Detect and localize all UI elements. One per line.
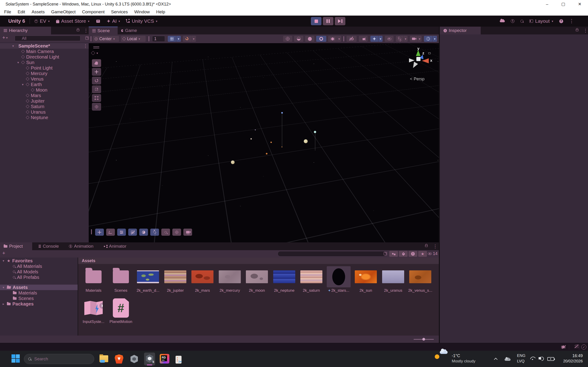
- tool-handle-position-dropdown[interactable]: Center ▾: [93, 36, 119, 42]
- tab-console[interactable]: Console: [35, 242, 62, 250]
- toggle-2d-button[interactable]: 2D: [346, 36, 357, 42]
- planet-small[interactable]: [255, 129, 256, 130]
- inspector-lock-icon[interactable]: [576, 29, 578, 31]
- wifi-icon[interactable]: [530, 357, 535, 361]
- menu-component[interactable]: Component: [79, 8, 108, 16]
- asset-tile-2k-mercury[interactable]: 2k_mercury: [217, 266, 243, 293]
- clock-time[interactable]: 16:49: [556, 353, 583, 358]
- taskbar-brave[interactable]: [114, 354, 124, 364]
- planet-mars[interactable]: [270, 142, 272, 143]
- maximize-button[interactable]: ▢: [558, 0, 569, 8]
- layout-dropdown[interactable]: Layout ▾: [529, 18, 553, 24]
- favorites-star-button[interactable]: ★: [418, 251, 427, 257]
- asset-tile-materials[interactable]: Materials: [81, 266, 106, 293]
- favorites-all-prefabs[interactable]: All Prefabs: [13, 275, 39, 280]
- filter-by-type-button[interactable]: [389, 251, 398, 257]
- hierarchy-item[interactable]: Mercury: [26, 71, 47, 76]
- hierarchy-item[interactable]: Saturn: [26, 104, 44, 109]
- asset-tile-2k-uranus[interactable]: 2k_uranus: [380, 266, 406, 293]
- create-object-button[interactable]: + ▾: [2, 35, 8, 40]
- tab-inspector[interactable]: Inspector: [440, 27, 481, 34]
- draw-mode-active-button[interactable]: [316, 36, 326, 42]
- progress-ok-icon[interactable]: ✓: [581, 344, 586, 350]
- tab-animation[interactable]: Animation: [65, 242, 97, 250]
- tab-project[interactable]: Project: [0, 242, 32, 250]
- expand-arrow-icon[interactable]: ▾: [17, 61, 20, 64]
- overlay-lighting-button[interactable]: [139, 229, 148, 236]
- language-line1[interactable]: ENG: [517, 353, 526, 358]
- asset-tile-2k-neptune[interactable]: 2k_neptune: [271, 266, 297, 293]
- create-asset-button[interactable]: +: [2, 251, 5, 256]
- taskbar-unity-editor-active[interactable]: 6: [144, 352, 155, 365]
- asset-store-dropdown[interactable]: Asset Store ▾: [56, 18, 89, 24]
- scene-header-row[interactable]: ▾ SampleScene* ⋮: [0, 43, 89, 49]
- cloud-icon[interactable]: [500, 20, 505, 22]
- overlay-search-button[interactable]: [161, 229, 170, 236]
- hierarchy-item[interactable]: ▾Sun: [17, 60, 35, 65]
- asset-tile-scenes[interactable]: Scenes: [108, 266, 134, 293]
- taskbar-file-explorer[interactable]: [99, 354, 109, 364]
- volume-icon[interactable]: [539, 356, 540, 360]
- grid-snap-caret[interactable]: ▾: [191, 36, 196, 42]
- toolbar-kebab-menu[interactable]: ⋮: [569, 19, 574, 24]
- overlay-camera-preview-button[interactable]: [183, 229, 192, 236]
- effects-caret[interactable]: ▾: [379, 36, 383, 42]
- scene-row-kebab[interactable]: ⋮: [83, 44, 88, 48]
- unity-vcs-dropdown[interactable]: Unity VCS ▾: [126, 18, 157, 24]
- debug-draw-button[interactable]: [328, 36, 337, 42]
- taskbar-rider[interactable]: RD: [159, 354, 169, 364]
- expand-arrow-icon[interactable]: ▾: [21, 83, 24, 86]
- grid-visibility-caret[interactable]: ▾: [176, 36, 181, 42]
- toolbar-drag-handle[interactable]: [91, 36, 91, 41]
- hierarchy-item[interactable]: Main Camera: [22, 49, 54, 54]
- move-tool[interactable]: [92, 68, 101, 76]
- rotate-tool[interactable]: [92, 77, 101, 84]
- asset-tile-2k-mars[interactable]: 2k_mars: [190, 266, 215, 293]
- project-search-pick-icon[interactable]: [384, 252, 387, 255]
- weather-condition[interactable]: Mostly cloudy: [452, 359, 476, 364]
- project-lock-icon[interactable]: [425, 245, 428, 247]
- planet-uranus[interactable]: [314, 131, 316, 133]
- overlay-measure-button[interactable]: [106, 229, 115, 236]
- global-search-icon[interactable]: [520, 20, 523, 23]
- menu-window[interactable]: Window: [131, 8, 153, 16]
- step-button[interactable]: [335, 17, 345, 25]
- menu-help[interactable]: Help: [153, 8, 168, 16]
- visible-items-toggle[interactable]: 14: [428, 251, 438, 256]
- language-line2[interactable]: LVQ: [517, 359, 525, 364]
- toggle-audio-button[interactable]: [359, 36, 368, 42]
- inbox-icon[interactable]: [96, 20, 100, 23]
- tab-scene[interactable]: Scene: [89, 27, 118, 34]
- hierarchy-search-input[interactable]: [15, 36, 80, 41]
- overlay-center-button[interactable]: [172, 229, 181, 236]
- planet-saturn[interactable]: [304, 139, 308, 143]
- help-icon[interactable]: [559, 19, 563, 23]
- draw-mode-shaded-button[interactable]: [305, 36, 314, 42]
- asset-tile-2k-venus[interactable]: 2k_venus_s...: [407, 266, 433, 293]
- asset-tile-2k-jupiter[interactable]: 2k_jupiter: [163, 266, 188, 293]
- debugger-detached-icon[interactable]: [562, 345, 565, 348]
- asset-tile-2k-saturn[interactable]: 2k_saturn: [298, 266, 324, 293]
- gizmo-center-cube[interactable]: [416, 57, 421, 61]
- hierarchy-item[interactable]: Jupiter: [26, 98, 44, 104]
- favorites-all-materials[interactable]: All Materials: [13, 264, 42, 269]
- minimize-button[interactable]: –: [542, 0, 552, 8]
- weather-temp[interactable]: -1°C: [452, 353, 460, 358]
- taskbar-search-input[interactable]: [34, 356, 80, 362]
- tab-animator[interactable]: Animator: [100, 242, 130, 250]
- gizmos-caret[interactable]: ▾: [432, 36, 437, 42]
- inspector-kebab-menu[interactable]: ⋮: [583, 28, 588, 33]
- account-dropdown[interactable]: EV ▾: [35, 18, 50, 24]
- overlay-drag-handle[interactable]: [91, 229, 92, 234]
- scene-camera-button[interactable]: [410, 36, 417, 42]
- asset-tile-2k-sun[interactable]: 2k_sun: [353, 266, 379, 293]
- scene-viewport[interactable]: y z x <Persp ▾: [89, 43, 439, 242]
- cache-server-disconnected-icon[interactable]: [575, 345, 579, 348]
- asset-tile-planetmotion[interactable]: # PlanetMotion: [108, 297, 134, 324]
- filter-by-label-button[interactable]: [399, 251, 408, 257]
- hierarchy-item[interactable]: Moon: [31, 87, 47, 93]
- undo-history-icon[interactable]: [511, 19, 514, 23]
- menu-services[interactable]: Services: [108, 8, 131, 16]
- tree-assets-root[interactable]: ▾Assets: [0, 285, 78, 290]
- hierarchy-item[interactable]: Venus: [26, 76, 44, 82]
